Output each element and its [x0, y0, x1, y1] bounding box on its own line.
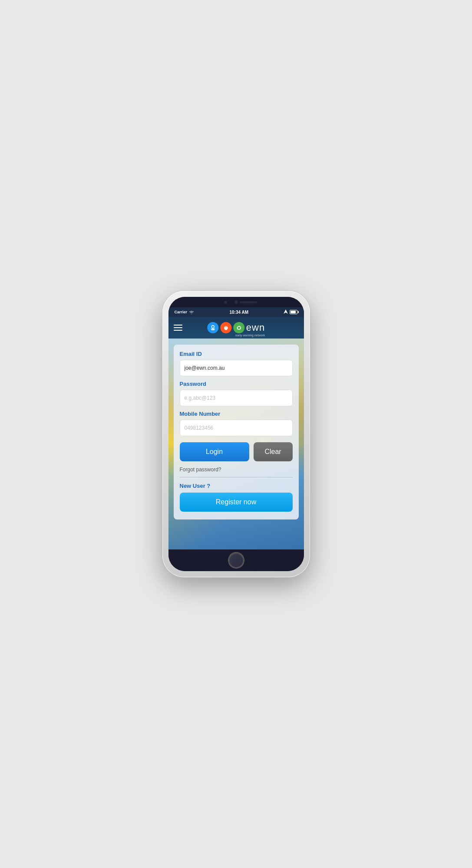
form-container: Email ID Password Mobile Number Login Cl…: [168, 339, 304, 526]
email-label: Email ID: [180, 351, 293, 357]
battery-icon: [290, 310, 297, 314]
speaker-icon: [240, 301, 257, 303]
logo-text: ewn: [246, 322, 265, 333]
phone-screen: Carrier 10:34 AM: [168, 297, 304, 571]
register-button[interactable]: Register now: [180, 493, 293, 512]
battery-fill: [290, 311, 296, 313]
status-carrier: Carrier: [175, 310, 195, 314]
logo-icon-recycle: [233, 322, 244, 333]
mobile-label: Mobile Number: [180, 411, 293, 417]
hamburger-menu[interactable]: [174, 325, 182, 331]
password-input[interactable]: [180, 390, 293, 406]
action-buttons: Login Clear: [180, 442, 293, 461]
app-content: Email ID Password Mobile Number Login Cl…: [168, 339, 304, 549]
forgot-password-link[interactable]: Forgot password?: [180, 467, 293, 477]
email-input[interactable]: [180, 360, 293, 376]
login-button[interactable]: Login: [180, 442, 249, 461]
phone-top-bar: [168, 297, 304, 307]
status-right: [284, 309, 297, 315]
phone-device: Carrier 10:34 AM: [162, 291, 310, 577]
app-header: ewn early warning network: [168, 317, 304, 339]
password-label: Password: [180, 381, 293, 387]
home-button[interactable]: [228, 552, 244, 568]
logo-icon-weather: [207, 322, 218, 333]
svg-marker-0: [284, 309, 288, 314]
location-arrow-icon: [284, 309, 288, 315]
mobile-input[interactable]: [180, 420, 293, 436]
wifi-icon: [189, 310, 194, 314]
status-bar: Carrier 10:34 AM: [168, 307, 304, 317]
app-logo: ewn early warning network: [207, 322, 265, 333]
logo-text-wrap: ewn early warning network: [246, 322, 265, 333]
status-time: 10:34 AM: [229, 310, 248, 315]
front-camera-icon: [224, 301, 227, 304]
camera-dot-icon: [234, 300, 238, 304]
new-user-label: New User ?: [180, 483, 293, 489]
logo-subtitle: early warning network: [235, 334, 265, 337]
login-form-card: Email ID Password Mobile Number Login Cl…: [174, 345, 299, 519]
logo-icon-fire: [220, 322, 231, 333]
phone-home-area: [168, 549, 304, 571]
clear-button[interactable]: Clear: [254, 442, 293, 461]
